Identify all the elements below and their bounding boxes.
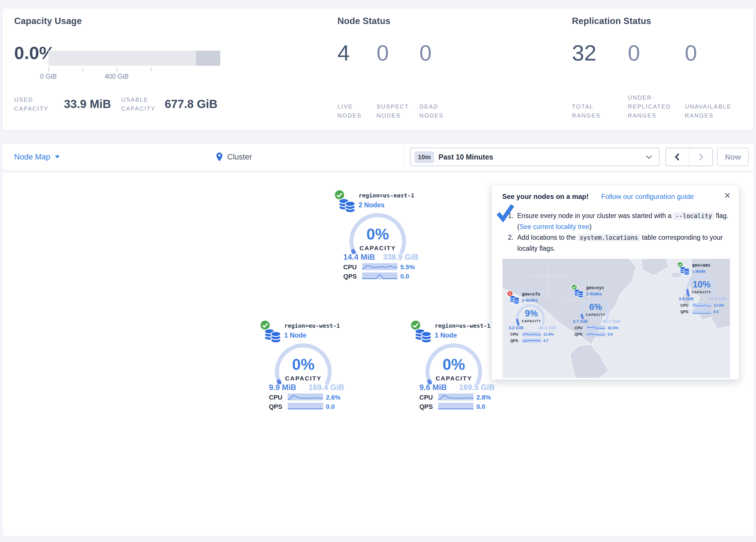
cpu-label: CPU [680,303,688,308]
node-map-setup-popup: See your nodes on a map! Follow our conf… [491,185,739,380]
qps-value: 4.7 [543,339,548,343]
capacity-used-value: 9.6 MiB [419,383,447,392]
cpu-row: CPU 42.5% [575,326,623,330]
dead-nodes-label: DEAD NODES [419,102,454,120]
qps-sparkline [362,273,397,280]
qps-row: QPS 0.0 [419,403,515,410]
step-complete-check-icon [496,203,515,223]
axis-tick [117,67,117,71]
under-replicated-label: UNDER-REPLICATED RANGES [628,93,678,120]
step-text: Ensure every node in your cluster was st… [517,210,733,232]
suspect-nodes-count: 0 [377,40,389,65]
capacity-used-value: 3.7 GiB [573,319,588,324]
chevron-right-icon [697,152,704,161]
now-button[interactable]: Now [717,148,749,166]
capacity-percent: 0% [422,355,486,373]
total-ranges-label: TOTAL RANGES [572,102,611,120]
capacity-percent: 0% [271,355,335,373]
locality-tree-link[interactable]: See current locality tree [520,223,590,230]
capacity-caption: CAPACITY [577,313,614,317]
time-step-controls [665,148,713,166]
region-title: region=us-east-1 [359,192,414,199]
cpu-row: CPU 11.0% [510,332,559,337]
next-interval-button[interactable] [689,148,712,166]
qps-row: QPS 4.7 [510,339,559,343]
step-text-part: Ensure every node in your cluster was st… [517,212,673,219]
qps-sparkline [693,310,711,314]
capacity-total-value: 338.9 GiB [378,253,419,262]
suspect-nodes-label: SUSPECT NODES [377,102,414,120]
locality-title: geo=sfo [522,292,540,297]
qps-label: QPS [419,403,433,411]
used-capacity-value: 33.9 MiB [64,98,111,111]
capacity-usage-bar [48,51,220,66]
qps-value: 0.0 [326,403,335,411]
time-range-label: Past 10 Minutes [438,148,493,166]
cpu-sparkline [438,394,474,401]
nodes-count-link[interactable]: 1 Node [435,332,457,339]
close-icon[interactable]: ✕ [724,191,731,200]
live-nodes-count: 4 [337,40,350,65]
cpu-sparkline [288,394,323,401]
configuration-guide-link[interactable]: Follow our configuration guide [601,192,694,201]
capacity-used-value: 14.4 MiB [343,253,375,262]
nodes-count-link[interactable]: 2 Nodes [359,201,384,209]
cpu-row: CPU 12.3% [680,303,729,308]
unavailable-ranges-count: 0 [685,40,697,65]
cpu-value: 2.8% [476,394,491,401]
cpu-label: CPU [510,332,518,337]
axis-tick-label: 0 GiB [34,73,62,80]
region-title: region=us-west-1 [435,322,491,329]
capacity-caption: CAPACITY [346,245,410,251]
view-mode-label: Node Map [14,152,50,161]
cpu-sparkline [362,263,397,270]
cpu-row: CPU 2.6% [269,394,364,401]
setup-step-1: 1. Ensure every node in your cluster was… [508,210,733,232]
map-toolbar: Node Map Cluster 10m Past 10 Minutes [2,143,754,171]
nodes-count-link[interactable]: 1 Node [284,332,307,339]
capacity-used-value: 3.2 GiB [509,325,524,330]
view-mode-dropdown[interactable]: Node Map [14,143,60,170]
qps-value: 0.0 [713,310,719,314]
qps-value: 0.0 [476,403,485,411]
capacity-caption: CAPACITY [683,291,720,294]
time-range-dropdown[interactable]: 10m Past 10 Minutes [410,148,660,166]
time-range-badge: 10m [414,151,434,163]
capacity-used-value: 9.9 MiB [269,383,296,392]
setup-steps: 1. Ensure every node in your cluster was… [508,210,733,254]
map-pin-icon [216,152,223,161]
capacity-total-value: 169.4 GiB [304,383,344,392]
qps-sparkline [288,403,323,410]
cpu-label: CPU [269,394,282,401]
chevron-down-icon [646,155,652,159]
total-ranges-count: 32 [572,40,597,65]
step-text: Add locations to the system.locations ta… [517,232,733,254]
breadcrumb-label: Cluster [227,152,252,161]
capacity-caption: CAPACITY [271,375,335,382]
capacity-total-value: 34.4 GiB [701,296,726,301]
qps-row: QPS 0.0 [269,403,364,410]
qps-sparkline [438,403,474,410]
capacity-used-value: 3.6 GiB [679,296,694,301]
cpu-row: CPU 2.8% [419,394,515,401]
used-capacity-label: USED CAPACITY [14,95,58,113]
axis-tick [82,67,83,71]
step-text-part: Add locations to the [517,234,577,241]
capacity-percent: 0% [346,225,410,243]
qps-label: QPS [510,339,518,343]
cluster-overview-page: Capacity Usage 0.0% 0 GiB 400 GiB USED C… [0,0,756,542]
cpu-row: CPU 5.5% [343,263,439,271]
cluster-summary-bar: Capacity Usage 0.0% 0 GiB 400 GiB USED C… [2,8,754,131]
step-number: 2. [508,232,517,254]
cpu-sparkline [587,326,605,330]
capacity-caption: CAPACITY [422,375,486,382]
locality-title: geo=nyc [586,285,604,291]
qps-value: 0.0 [400,273,409,280]
example-map-image: 1 geo=sfo 2 Nodes 9% CAPACITY 3.2 GiB 35… [502,259,730,378]
qps-sparkline [587,332,605,337]
capacity-caption: CAPACITY [513,319,550,323]
previous-interval-button[interactable] [666,148,689,166]
map-node-eu-west-1: region=eu-west-1 1 Node 0% CAPACITY 9.9 … [256,317,389,418]
under-replicated-count: 0 [628,40,640,65]
breadcrumb[interactable]: Cluster [216,143,252,170]
